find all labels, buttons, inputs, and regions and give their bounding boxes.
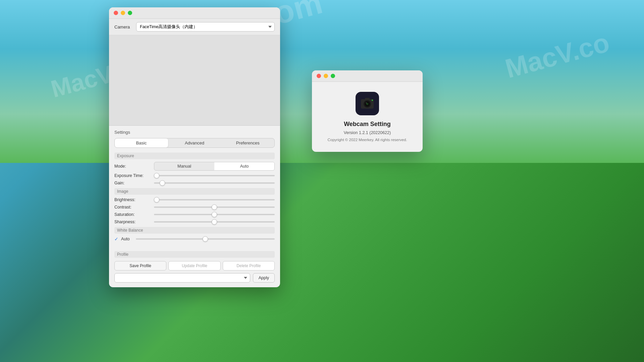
wb-auto-row: ✓ Auto [114,236,275,242]
about-close-button[interactable] [317,74,321,78]
svg-point-7 [372,100,373,101]
about-zoom-button[interactable] [331,74,335,78]
main-window: Camera FaceTime高清摄像头（内建） Settings Basic … [109,7,280,287]
saturation-slider[interactable] [154,214,275,215]
camera-icon [358,95,376,113]
about-copyright: Copyright © 2022 Meerkey. All rights res… [327,138,407,142]
update-profile-button[interactable]: Update Profile [168,261,220,270]
save-profile-button[interactable]: Save Profile [114,261,166,270]
exposure-time-label: Exposure Time: [114,173,151,178]
sharpness-label: Sharpness: [114,220,151,224]
delete-profile-button[interactable]: Delete Profile [223,261,275,270]
gain-label: Gain: [114,181,151,185]
contrast-slider[interactable] [154,206,275,208]
brightness-row: Brightness: [114,197,275,202]
profile-select-row: Apply [114,273,275,283]
profile-section: Profile Save Profile Update Profile Dele… [109,248,280,287]
gain-row: Gain: [114,181,275,185]
about-minimize-button[interactable] [324,74,328,78]
saturation-label: Saturation: [114,212,151,217]
brightness-label: Brightness: [114,197,151,202]
exposure-header: Exposure [114,153,275,159]
profile-dropdown[interactable] [114,273,250,283]
exposure-time-row: Exposure Time: [114,173,275,178]
image-header: Image [114,188,275,195]
exposure-time-slider[interactable] [154,175,275,176]
camera-row: Camera FaceTime高清摄像头（内建） [109,19,280,35]
zoom-button[interactable] [128,11,132,15]
settings-label: Settings [114,130,275,135]
minimize-button[interactable] [121,11,125,15]
svg-point-5 [366,103,367,103]
tab-advanced[interactable]: Advanced [168,138,221,147]
mode-auto[interactable]: Auto [214,162,274,170]
profile-buttons: Save Profile Update Profile Delete Profi… [114,261,275,270]
saturation-row: Saturation: [114,212,275,217]
window-titlebar [109,7,280,19]
sharpness-slider[interactable] [154,221,275,223]
tab-bar: Basic Advanced Preferences [114,138,275,148]
mode-label: Mode: [114,164,151,169]
profile-header: Profile [114,251,275,258]
about-titlebar [312,70,423,82]
app-icon [356,92,379,115]
desktop-background [0,0,644,362]
about-app-name: Webcam Setting [344,121,391,128]
camera-label: Camera [114,24,133,29]
apply-button[interactable]: Apply [253,273,275,283]
contrast-label: Contrast: [114,205,151,209]
wb-header: White Balance [114,227,275,234]
wb-checkmark: ✓ [114,236,118,242]
tab-basic[interactable]: Basic [115,138,168,147]
brightness-slider[interactable] [154,199,275,200]
mode-toggle: Manual Auto [154,162,275,171]
mode-manual[interactable]: Manual [154,162,214,170]
gain-slider[interactable] [154,182,275,184]
about-window: Webcam Setting Version 1.2.1 (20220622) … [312,70,423,152]
about-version: Version 1.2.1 (20220622) [344,130,391,135]
wb-auto-label: Auto [121,237,133,241]
about-content: Webcam Setting Version 1.2.1 (20220622) … [312,82,423,152]
mode-row: Mode: Manual Auto [114,162,275,171]
wb-slider[interactable] [136,238,275,240]
tab-preferences[interactable]: Preferences [221,138,274,147]
camera-preview [109,35,280,126]
contrast-row: Contrast: [114,205,275,209]
settings-section: Settings Basic Advanced Preferences Expo… [109,126,280,248]
close-button[interactable] [114,11,118,15]
camera-select[interactable]: FaceTime高清摄像头（内建） [136,22,275,32]
svg-rect-6 [365,98,370,100]
sharpness-row: Sharpness: [114,220,275,224]
